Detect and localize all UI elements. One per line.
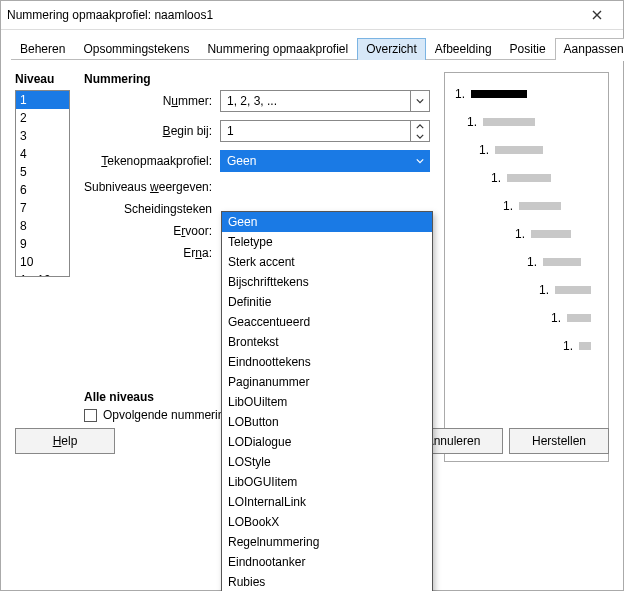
dropdown-option[interactable]: Bijschrifttekens xyxy=(222,272,432,292)
label-nummer: Nummer: xyxy=(84,94,212,108)
tab-overzicht[interactable]: Overzicht xyxy=(357,38,426,60)
levels-heading: Niveau xyxy=(15,72,70,86)
dropdown-option[interactable]: Eindnootanker xyxy=(222,552,432,572)
tab-aanpassen[interactable]: Aanpassen xyxy=(555,38,624,60)
preview-bar xyxy=(579,342,591,350)
dropdown-option[interactable]: Paginanummer xyxy=(222,372,432,392)
chevron-down-icon xyxy=(410,151,429,171)
level-item[interactable]: 10 xyxy=(16,253,69,271)
level-item[interactable]: 6 xyxy=(16,181,69,199)
preview-row: 1. xyxy=(455,143,598,157)
dropdown-option[interactable]: Eindnoottekens xyxy=(222,352,432,372)
preview-number: 1. xyxy=(527,255,537,269)
label-begin-bij: Begin bij: xyxy=(84,124,212,138)
begin-bij-spinner[interactable]: 1 xyxy=(220,120,430,142)
consecutive-checkbox[interactable] xyxy=(84,409,97,422)
close-button[interactable] xyxy=(577,2,617,28)
tekenopmaakprofiel-value: Geen xyxy=(221,154,410,168)
preview-row: 1. xyxy=(455,311,598,325)
preview-box: 1.1.1.1.1.1.1.1.1.1. xyxy=(444,72,609,462)
level-item[interactable]: 3 xyxy=(16,127,69,145)
level-item[interactable]: 1 - 10 xyxy=(16,271,69,277)
label-scheidingsteken: Scheidingsteken xyxy=(84,202,212,216)
dropdown-option[interactable]: Brontekst xyxy=(222,332,432,352)
dropdown-option[interactable]: LODialogue xyxy=(222,432,432,452)
spinner-buttons[interactable] xyxy=(410,121,429,141)
dropdown-option[interactable]: LibOGUIitem xyxy=(222,472,432,492)
level-item[interactable]: 7 xyxy=(16,199,69,217)
level-list[interactable]: 1 2 3 4 5 6 7 8 9 10 1 - 10 xyxy=(15,90,70,277)
preview-number: 1. xyxy=(539,283,549,297)
dropdown-option[interactable]: LOInternalLink xyxy=(222,492,432,512)
dialog-window: Nummering opmaakprofiel: naamloos1 Beher… xyxy=(0,0,624,591)
preview-bar xyxy=(507,174,551,182)
tab-opsommingstekens[interactable]: Opsommingstekens xyxy=(74,38,198,60)
preview-number: 1. xyxy=(479,143,489,157)
dropdown-option[interactable]: Teletype xyxy=(222,232,432,252)
tabstrip: Beheren Opsommingstekens Nummering opmaa… xyxy=(11,36,613,60)
nummer-value: 1, 2, 3, ... xyxy=(221,94,410,108)
preview-number: 1. xyxy=(455,87,465,101)
preview-bar xyxy=(531,230,571,238)
preview-row: 1. xyxy=(455,199,598,213)
dropdown-option[interactable]: LibOUiltem xyxy=(222,392,432,412)
chevron-down-icon xyxy=(410,91,429,111)
preview-number: 1. xyxy=(551,311,561,325)
tekenopmaakprofiel-dropdown[interactable]: GeenTeletypeSterk accentBijschrifttekens… xyxy=(221,211,433,591)
preview-row: 1. xyxy=(455,227,598,241)
preview-bar xyxy=(519,202,561,210)
preview-row: 1. xyxy=(455,115,598,129)
preview-bar xyxy=(483,118,535,126)
preview-row: 1. xyxy=(455,87,598,101)
help-button[interactable]: Help xyxy=(15,428,115,454)
preview-bar xyxy=(543,258,581,266)
level-item[interactable]: 8 xyxy=(16,217,69,235)
tab-positie[interactable]: Positie xyxy=(501,38,555,60)
level-item[interactable]: 4 xyxy=(16,145,69,163)
dropdown-option[interactable]: Geaccentueerd xyxy=(222,312,432,332)
tab-nummering-opmaakprofiel[interactable]: Nummering opmaakprofiel xyxy=(198,38,357,60)
level-item[interactable]: 1 xyxy=(16,91,69,109)
dropdown-option[interactable]: Sterk accent xyxy=(222,252,432,272)
label-subniveaus: Subniveaus weergeven: xyxy=(84,180,212,194)
dropdown-option[interactable]: Geen xyxy=(222,212,432,232)
tekenopmaakprofiel-combo[interactable]: Geen xyxy=(220,150,430,172)
dropdown-option[interactable]: Definitie xyxy=(222,292,432,312)
label-tekenopmaakprofiel: Tekenopmaakprofiel: xyxy=(84,154,212,168)
begin-bij-value: 1 xyxy=(221,124,410,138)
tab-afbeelding[interactable]: Afbeelding xyxy=(426,38,501,60)
dropdown-option[interactable]: Rubies xyxy=(222,572,432,591)
label-erna: Erna: xyxy=(84,246,212,260)
consecutive-label: Opvolgende nummering xyxy=(103,408,231,422)
level-item[interactable]: 9 xyxy=(16,235,69,253)
dropdown-option[interactable]: LOBookX xyxy=(222,512,432,532)
preview-number: 1. xyxy=(491,171,501,185)
close-icon xyxy=(592,10,602,20)
preview-bar xyxy=(567,314,591,322)
dialog-body: Niveau 1 2 3 4 5 6 7 8 9 10 1 - 10 Numme… xyxy=(1,60,623,462)
tab-beheren[interactable]: Beheren xyxy=(11,38,74,60)
level-item[interactable]: 2 xyxy=(16,109,69,127)
nummer-combo[interactable]: 1, 2, 3, ... xyxy=(220,90,430,112)
preview-bar xyxy=(495,146,543,154)
dropdown-option[interactable]: LOButton xyxy=(222,412,432,432)
preview-bar xyxy=(555,286,591,294)
preview-row: 1. xyxy=(455,339,598,353)
dropdown-option[interactable]: Regelnummering xyxy=(222,532,432,552)
preview-number: 1. xyxy=(563,339,573,353)
preview-row: 1. xyxy=(455,255,598,269)
level-item[interactable]: 5 xyxy=(16,163,69,181)
label-ervoor: Ervoor: xyxy=(84,224,212,238)
dropdown-option[interactable]: LOStyle xyxy=(222,452,432,472)
preview-column: 1.1.1.1.1.1.1.1.1.1. xyxy=(444,72,609,462)
chevron-down-icon xyxy=(416,134,424,139)
preview-bar xyxy=(471,90,527,98)
chevron-up-icon xyxy=(416,124,424,129)
preview-row: 1. xyxy=(455,171,598,185)
preview-number: 1. xyxy=(515,227,525,241)
levels-column: Niveau 1 2 3 4 5 6 7 8 9 10 1 - 10 xyxy=(15,72,70,462)
window-title: Nummering opmaakprofiel: naamloos1 xyxy=(7,1,213,29)
titlebar: Nummering opmaakprofiel: naamloos1 xyxy=(1,1,623,30)
reset-button[interactable]: Herstellen xyxy=(509,428,609,454)
preview-number: 1. xyxy=(467,115,477,129)
